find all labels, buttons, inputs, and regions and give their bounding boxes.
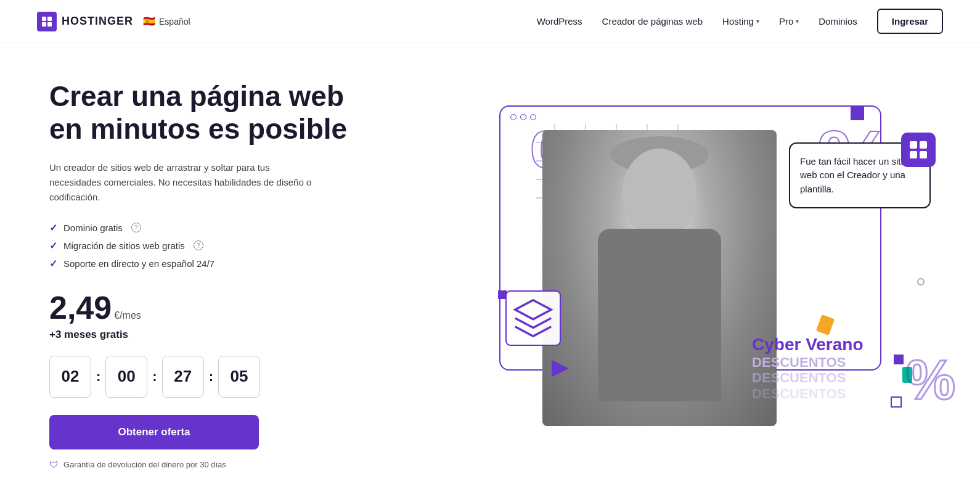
nav-left: HOSTINGER 🇪🇸 Español: [37, 12, 190, 31]
check-icon-1: ✓: [49, 222, 57, 234]
hero-woman-photo: [542, 130, 777, 426]
help-icon-2[interactable]: ?: [194, 240, 203, 250]
nav-page-builder[interactable]: Creador de páginas web: [602, 16, 703, 27]
navbar: HOSTINGER 🇪🇸 Español WordPress Creador d…: [0, 0, 980, 43]
logo-icon: [37, 12, 57, 31]
guarantee-row: 🛡 Garantía de devolución del dinero por …: [49, 459, 370, 470]
countdown-hours: 02: [49, 356, 91, 398]
woman-head: [623, 149, 696, 235]
login-button[interactable]: Ingresar: [877, 9, 943, 34]
cyber-percent-deco: %: [906, 352, 955, 408]
hero-title: Crear una página web en minutos es posib…: [49, 80, 370, 146]
nav-hosting[interactable]: Hosting ▾: [722, 16, 759, 27]
price-main: 2,49: [49, 289, 112, 326]
nav-wordpress[interactable]: WordPress: [537, 16, 582, 27]
hero-description: Un creador de sitios web de arrastrar y …: [49, 160, 314, 205]
svg-rect-2: [42, 22, 46, 27]
svg-rect-16: [910, 151, 917, 158]
nav-pro[interactable]: Pro ▾: [779, 16, 799, 27]
countdown-minutes: 00: [105, 356, 147, 398]
layers-icon: [507, 292, 560, 345]
logo-svg: [41, 15, 53, 28]
svg-marker-13: [515, 300, 551, 319]
testimonial-box: Fue tan fácil hacer un sitio web con el …: [789, 142, 931, 209]
testimonial-logo: [901, 133, 936, 167]
countdown-sep-1: :: [96, 369, 100, 385]
svg-rect-17: [920, 151, 927, 158]
price-row: 2,49 €/mes: [49, 289, 370, 326]
flag-icon: 🇪🇸: [143, 15, 155, 27]
language-selector[interactable]: 🇪🇸 Español: [143, 15, 190, 27]
price-extra: +3 meses gratis: [49, 329, 370, 341]
cursor-arrow-icon: ▶: [552, 354, 569, 380]
hero-section: Crear una página web en minutos es posib…: [0, 43, 980, 484]
check-icon-2: ✓: [49, 240, 57, 252]
circle-deco: [917, 278, 925, 285]
countdown-sep-2: :: [152, 369, 157, 385]
feature-support: ✓ Soporte en directo y en español 24/7: [49, 258, 370, 269]
svg-rect-3: [47, 22, 52, 27]
dot-3: [530, 114, 536, 120]
check-icon-3: ✓: [49, 258, 57, 269]
woman-silhouette: [542, 130, 777, 426]
features-list: ✓ Dominio gratis ? ✓ Migración de sitios…: [49, 222, 370, 269]
svg-rect-15: [920, 141, 927, 149]
feature-domain: ✓ Dominio gratis ?: [49, 222, 370, 234]
logo[interactable]: HOSTINGER: [37, 12, 133, 31]
hero-illustration: % %: [462, 93, 943, 457]
woman-body: [598, 229, 721, 401]
browser-dots: [500, 107, 880, 128]
dot-1: [510, 114, 517, 120]
countdown-timer: 02 : 00 : 27 : 05: [49, 356, 370, 398]
language-label: Español: [159, 17, 190, 27]
hostinger-logo-icon: [909, 140, 928, 160]
svg-rect-14: [910, 141, 917, 149]
testimonial-text: Fue tan fácil hacer un sitio web con el …: [800, 156, 908, 194]
layers-box: [505, 290, 561, 346]
logo-text: HOSTINGER: [62, 15, 133, 28]
pro-chevron-icon: ▾: [796, 18, 799, 25]
hero-content: Crear una página web en minutos es posib…: [49, 80, 370, 470]
countdown-sep-3: :: [209, 369, 213, 385]
countdown-seconds: 27: [162, 356, 204, 398]
nav-domains[interactable]: Dominios: [819, 16, 857, 27]
shield-icon: 🛡: [49, 459, 59, 470]
cta-button[interactable]: Obtener oferta: [49, 415, 259, 449]
countdown-fraction: 05: [218, 356, 260, 398]
svg-rect-0: [42, 17, 46, 21]
help-icon-1[interactable]: ?: [131, 223, 141, 232]
dot-2: [520, 114, 526, 120]
hosting-chevron-icon: ▾: [756, 18, 759, 25]
nav-right: WordPress Creador de páginas web Hosting…: [537, 9, 943, 34]
svg-rect-1: [47, 17, 52, 21]
purple-square-1: [851, 107, 864, 120]
feature-migration: ✓ Migración de sitios web gratis ?: [49, 240, 370, 252]
guarantee-text: Garantía de devolución del dinero por 30…: [63, 460, 226, 469]
cyber-verano-banner: Cyber Verano DESCUENTOS DESCUENTOS DESCU…: [752, 335, 937, 401]
price-unit: €/mes: [114, 310, 141, 321]
